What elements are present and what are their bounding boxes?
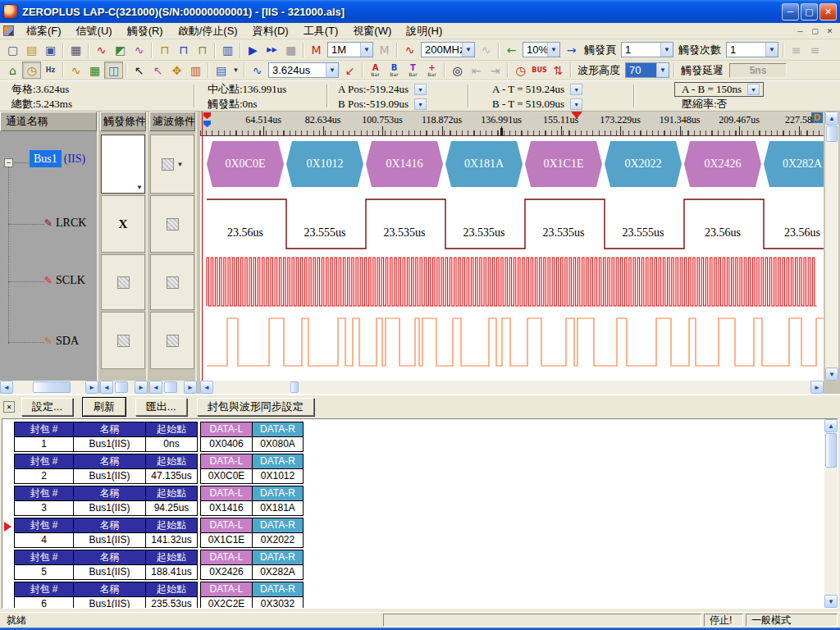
display-mode-icon[interactable]: ▤: [212, 62, 231, 79]
add-bar[interactable]: +Bar: [422, 62, 441, 79]
menu-item-6[interactable]: 視窗(W): [345, 23, 399, 39]
goto-trigger-icon[interactable]: →: [562, 41, 581, 58]
menu-item-0[interactable]: 檔案(F): [19, 23, 69, 39]
dropdown-arrow-icon[interactable]: ▼: [462, 43, 474, 57]
trigger-page-combo[interactable]: 1▼: [621, 42, 673, 57]
channel-hscrollbar[interactable]: ◄►: [0, 381, 98, 394]
clock-view-icon[interactable]: ◷: [22, 62, 41, 79]
minimize-icon[interactable]: ─: [782, 3, 799, 21]
sample-rate-combo[interactable]: 200MHz▼: [421, 42, 475, 57]
channel-sclk[interactable]: ✎SCLK: [44, 274, 85, 287]
packet-refresh-button[interactable]: 刷新: [83, 398, 126, 416]
b-pos-dropdown-icon[interactable]: ▼: [414, 98, 427, 110]
navigator-icon[interactable]: ◫: [104, 62, 123, 79]
dropdown-arrow-icon[interactable]: ▼: [765, 43, 778, 57]
scroll-down-icon[interactable]: ▼: [825, 368, 838, 381]
menu-item-2[interactable]: 觸發(R): [120, 23, 171, 39]
trigger-hscrollbar[interactable]: ◄►: [100, 381, 148, 394]
pointer-tool-icon[interactable]: ↖: [130, 62, 148, 79]
tree-collapse-icon[interactable]: −: [4, 158, 13, 167]
trigger-width-icon[interactable]: ⊓: [155, 41, 174, 58]
scroll-left-icon[interactable]: ◄: [149, 381, 162, 394]
b-flag-icon[interactable]: [203, 121, 211, 127]
a-b-dropdown-icon[interactable]: ▼: [747, 84, 760, 95]
sampling-setup-icon[interactable]: ∿: [92, 41, 111, 58]
memory-depth-combo[interactable]: 1M▼: [327, 42, 373, 57]
zoom-tool-icon[interactable]: ∿: [248, 62, 267, 79]
trigger-range-icon[interactable]: ⊓: [193, 41, 212, 58]
menu-item-7[interactable]: 說明(H): [399, 23, 450, 39]
menu-item-1[interactable]: 信號(U): [69, 23, 120, 39]
print-icon[interactable]: ▦: [66, 41, 85, 58]
bus-decode-icon[interactable]: ▥: [218, 41, 237, 58]
scroll-thumb[interactable]: [33, 381, 71, 393]
t-bar[interactable]: TBar: [404, 62, 422, 79]
scale-combo[interactable]: 3.624us▼: [268, 62, 339, 78]
trigger-cell-lrck[interactable]: X: [101, 195, 145, 253]
scroll-thumb[interactable]: [826, 126, 838, 142]
close-icon[interactable]: ✕: [819, 3, 837, 21]
packet-settings-button[interactable]: 設定...: [21, 398, 73, 416]
scroll-up-icon[interactable]: ▲: [825, 112, 838, 125]
multi-pointer-tool-icon[interactable]: ↖: [148, 62, 167, 79]
trigger-position-icon[interactable]: ←: [502, 41, 521, 58]
channel-sda[interactable]: ✎SDA: [44, 335, 79, 348]
mdi-restore-icon[interactable]: ▢: [808, 25, 822, 37]
packet-close-icon[interactable]: ✕: [3, 401, 15, 413]
channel-setup-icon[interactable]: ◩: [111, 41, 130, 58]
filter-cell-bus1[interactable]: ▼: [150, 135, 194, 194]
run-repeat-icon[interactable]: ▶▶: [262, 41, 281, 58]
wave-vscrollbar[interactable]: ▲▼: [825, 112, 838, 381]
home-icon[interactable]: ⌂: [3, 62, 22, 79]
new-file-icon[interactable]: ▢: [3, 41, 22, 58]
waveform-view-icon[interactable]: ∿: [66, 62, 85, 79]
a-t-dropdown-icon[interactable]: ▼: [570, 84, 582, 95]
scroll-right-icon[interactable]: ►: [184, 381, 197, 394]
display-mode-arrow[interactable]: ▼: [231, 62, 241, 78]
trigger-position-combo[interactable]: 10%▼: [523, 42, 560, 57]
state-list-view-icon[interactable]: ▦: [85, 62, 104, 79]
trigger-time-icon[interactable]: ⊓: [174, 41, 193, 58]
scroll-left-icon[interactable]: ◄: [100, 381, 113, 394]
scroll-down-icon[interactable]: ▼: [824, 595, 838, 608]
dropdown-arrow-icon[interactable]: ▼: [660, 43, 673, 57]
menu-item-5[interactable]: 工具(T): [296, 23, 346, 39]
scroll-up-icon[interactable]: ▲: [824, 419, 838, 432]
scroll-right-icon[interactable]: ►: [810, 381, 824, 394]
dropdown-arrow-icon[interactable]: ▼: [656, 63, 669, 77]
scroll-thumb[interactable]: [825, 433, 837, 468]
trigger-cell-sda[interactable]: [101, 312, 145, 369]
mdi-minimize-icon[interactable]: ─: [793, 25, 807, 37]
sample-rate-icon[interactable]: ∿: [400, 41, 419, 58]
dropdown-arrow-icon[interactable]: ▼: [547, 43, 559, 57]
measure-tool-icon[interactable]: ▥: [186, 62, 205, 79]
scroll-thumb[interactable]: [115, 381, 128, 393]
find-icon[interactable]: ◎: [448, 62, 467, 79]
refresh-clock-icon[interactable]: ◷: [511, 62, 530, 79]
mdi-close-icon[interactable]: ✕: [823, 25, 837, 37]
packet-export-button[interactable]: 匯出...: [135, 398, 187, 416]
restore-icon[interactable]: ▢: [801, 3, 818, 21]
zoom-reset-icon[interactable]: ↙: [340, 62, 359, 79]
menu-item-4[interactable]: 資料(D): [245, 23, 296, 39]
packet-vscrollbar[interactable]: ▲▼: [824, 419, 838, 608]
menu-item-3[interactable]: 啟動/停止(S): [171, 23, 245, 39]
scroll-right-icon[interactable]: ►: [135, 381, 148, 394]
trigger-count-combo[interactable]: 1▼: [726, 42, 778, 57]
scroll-right-icon[interactable]: ►: [85, 381, 98, 394]
frequency-view-icon[interactable]: Hz: [41, 62, 60, 79]
filter-cell-sclk[interactable]: [150, 254, 194, 310]
bus-color-icon[interactable]: BUS: [530, 62, 549, 79]
scroll-left-icon[interactable]: ◄: [200, 381, 213, 394]
data-compare-icon[interactable]: ⇅: [549, 62, 568, 79]
hand-tool-icon[interactable]: ✥: [167, 62, 186, 79]
filter-hscrollbar[interactable]: ◄►: [149, 381, 197, 394]
signal-edit-icon[interactable]: ∿: [130, 41, 148, 58]
b-t-dropdown-icon[interactable]: ▼: [570, 98, 582, 110]
scroll-thumb[interactable]: [164, 381, 177, 393]
memory-depth-icon[interactable]: M: [307, 41, 326, 58]
save-file-icon[interactable]: ▣: [41, 41, 60, 58]
channel-bus1[interactable]: Bus1(IIS): [30, 153, 85, 166]
b-bar[interactable]: BBar: [385, 62, 404, 79]
dropdown-arrow-icon[interactable]: ▼: [360, 43, 372, 57]
